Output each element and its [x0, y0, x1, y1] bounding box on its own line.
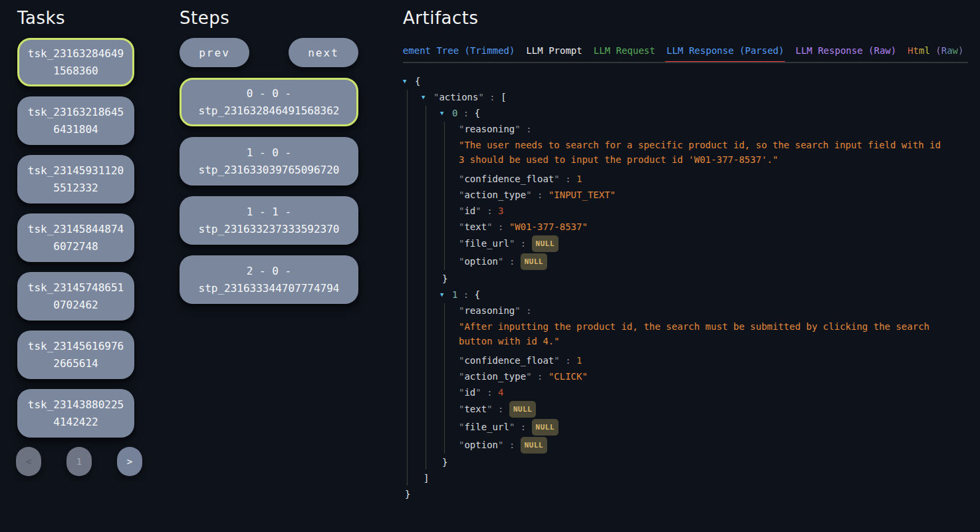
json-close-bracket: ] — [422, 471, 968, 485]
json-key: action_type — [464, 190, 526, 200]
json-number: 3 — [498, 205, 503, 216]
collapse-arrow-icon[interactable]: ▼ — [440, 287, 452, 302]
tasks-panel: Tasks tsk_231632846491568360tsk_23163218… — [17, 0, 134, 476]
json-children: ▼0 : {"reasoning" : "The user needs to s… — [426, 106, 968, 469]
step-button-line2: stp_231633237333592370 — [199, 221, 340, 238]
json-property-row: "confidence_float" : 1 — [459, 353, 968, 368]
null-badge: NULL — [521, 253, 548, 270]
json-object-open: ▼1 : { — [440, 287, 968, 302]
json-key: id — [464, 387, 475, 398]
steps-nav: prev next — [180, 38, 358, 67]
tasks-pagination: < 1 > — [16, 447, 142, 476]
json-key: text — [464, 221, 487, 232]
steps-title: Steps — [180, 8, 358, 28]
null-badge: NULL — [509, 401, 537, 418]
null-badge: NULL — [521, 437, 548, 454]
tab-llm-response-raw[interactable]: LLM Response (Raw) — [795, 45, 896, 56]
json-property-row: "id" : 3 — [459, 203, 968, 218]
steps-prev-button[interactable]: prev — [180, 38, 249, 67]
step-button[interactable]: 0 - 0 -stp_231632846491568362 — [180, 78, 358, 126]
prev-page-button[interactable]: < — [16, 447, 41, 476]
json-string: "INPUT_TEXT" — [549, 190, 616, 200]
step-button-line2: stp_231633039765096720 — [199, 162, 340, 179]
steps-next-button[interactable]: next — [289, 38, 358, 67]
json-property-row: "file_url" : NULL — [459, 235, 968, 252]
json-object-open: ▼0 : { — [440, 106, 968, 120]
json-key: reasoning — [464, 124, 515, 134]
json-string-block: "After inputting the product id, the sea… — [459, 319, 945, 348]
json-property-row: "text" : NULL — [459, 401, 968, 418]
task-button[interactable]: tsk_231632846491568360 — [17, 38, 134, 86]
json-array-open: ▼"actions" : [ — [422, 90, 968, 104]
json-object-open: ▼{ — [403, 74, 968, 88]
json-string: "W01-377-8537" — [509, 221, 588, 232]
json-key: option — [464, 256, 498, 267]
json-key: action_type — [464, 371, 526, 382]
tab-html-raw[interactable]: Html (Raw) — [908, 45, 963, 56]
json-number: 1 — [576, 174, 582, 184]
json-property-row: "text" : "W01-377-8537" — [459, 219, 968, 234]
json-key-row: "reasoning" : — [459, 122, 968, 136]
collapse-arrow-icon[interactable]: ▼ — [440, 106, 452, 120]
step-button-line1: 0 - 0 - — [247, 85, 291, 102]
json-key: id — [464, 205, 475, 216]
step-button[interactable]: 2 - 0 -stp_231633344707774794 — [180, 255, 358, 304]
json-key: confidence_float — [464, 355, 554, 366]
json-property-row: "option" : NULL — [459, 437, 968, 454]
json-key: file_url — [464, 238, 509, 249]
json-children: ▼"actions" : [▼0 : {"reasoning" : "The u… — [407, 90, 968, 485]
tasks-title: Tasks — [17, 8, 134, 28]
json-key: file_url — [464, 422, 509, 432]
json-viewer: ▼{▼"actions" : [▼0 : {"reasoning" : "The… — [403, 74, 968, 501]
step-button-line2: stp_231633344707774794 — [199, 280, 340, 297]
json-key: reasoning — [464, 305, 515, 316]
json-property-row: "action_type" : "CLICK" — [459, 369, 968, 384]
artifacts-panel: Artifacts Element Tree (Trimmed)LLM Prom… — [403, 0, 968, 503]
json-close-bracket: } — [440, 271, 968, 286]
next-page-button[interactable]: > — [117, 447, 142, 476]
json-property-row: "id" : 4 — [459, 385, 968, 400]
json-key-row: "reasoning" : — [459, 303, 968, 318]
json-property-row: "action_type" : "INPUT_TEXT" — [459, 188, 968, 202]
task-button[interactable]: tsk_231632186456431804 — [17, 96, 134, 145]
artifacts-title: Artifacts — [403, 8, 968, 28]
current-page-button[interactable]: 1 — [66, 447, 92, 476]
collapse-arrow-icon[interactable]: ▼ — [422, 90, 433, 104]
artifacts-tabs: Element Tree (Trimmed)LLM PromptLLM Requ… — [403, 45, 968, 63]
task-list: tsk_231632846491568360tsk_23163218645643… — [17, 38, 134, 438]
tab-llm-request[interactable]: LLM Request — [594, 45, 656, 56]
json-key: option — [464, 440, 498, 450]
collapse-arrow-icon[interactable]: ▼ — [403, 74, 415, 88]
task-button[interactable]: tsk_231438802254142422 — [17, 389, 134, 438]
json-number: 1 — [576, 355, 582, 366]
json-number: 4 — [498, 387, 503, 398]
step-button[interactable]: 1 - 1 -stp_231633237333592370 — [180, 196, 358, 245]
json-string-block: "The user needs to search for a specific… — [459, 138, 945, 167]
task-button[interactable]: tsk_231456169762665614 — [17, 331, 134, 379]
json-key: confidence_float — [464, 174, 554, 184]
tab-llm-prompt[interactable]: LLM Prompt — [526, 45, 582, 56]
step-button[interactable]: 1 - 0 -stp_231633039765096720 — [180, 137, 358, 186]
json-property-row: "option" : NULL — [459, 253, 968, 270]
null-badge: NULL — [532, 419, 559, 436]
steps-panel: Steps prev next 0 - 0 -stp_2316328464915… — [180, 0, 358, 304]
json-string: "CLICK" — [549, 371, 588, 382]
tab-llm-response-parsed[interactable]: LLM Response (Parsed) — [666, 45, 784, 56]
step-button-line1: 1 - 0 - — [247, 144, 291, 162]
json-close-bracket: } — [403, 487, 968, 501]
json-close-bracket: } — [440, 455, 968, 469]
task-button[interactable]: tsk_231458448746072748 — [17, 213, 134, 262]
json-property-row: "file_url" : NULL — [459, 419, 968, 436]
json-children: "reasoning" : "The user needs to search … — [444, 122, 968, 270]
step-button-line1: 2 - 0 - — [247, 263, 291, 280]
json-property-row: "confidence_float" : 1 — [459, 172, 968, 186]
null-badge: NULL — [532, 235, 559, 252]
tab-element-tree-trimmed[interactable]: Element Tree (Trimmed) — [403, 45, 515, 56]
task-button[interactable]: tsk_231457486510702462 — [17, 272, 134, 321]
json-key: actions — [439, 92, 478, 102]
json-children: "reasoning" : "After inputting the produ… — [444, 303, 968, 454]
json-key: text — [464, 404, 487, 414]
step-button-line1: 1 - 1 - — [247, 203, 291, 221]
task-button[interactable]: tsk_231459311205512332 — [17, 155, 134, 203]
step-button-line2: stp_231632846491568362 — [199, 102, 340, 120]
